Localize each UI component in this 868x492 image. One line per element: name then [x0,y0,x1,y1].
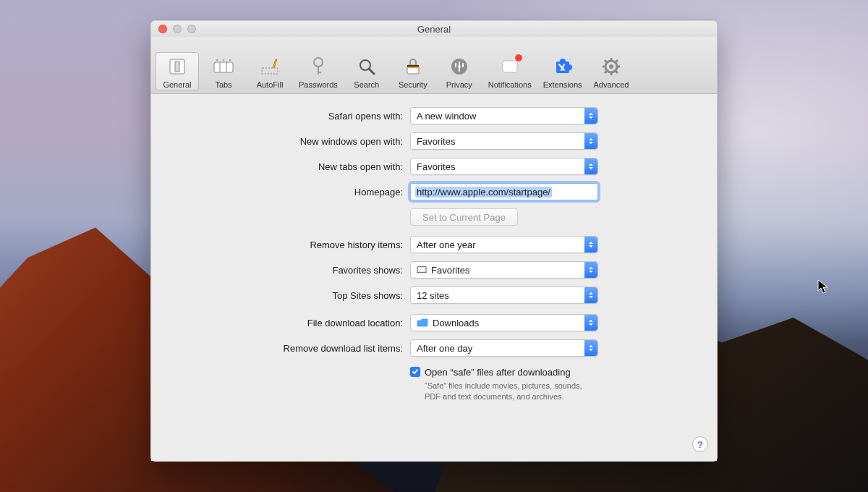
download-location-value: Downloads [433,318,479,328]
svg-line-32 [605,71,607,73]
tab-label: AutoFill [257,80,284,89]
chevrons-icon [584,315,597,331]
open-safe-files-checkbox[interactable] [410,367,420,377]
search-icon [355,55,378,78]
general-pane: Safari opens with: A new window New wind… [151,94,717,461]
new-windows-value: Favorites [417,136,455,147]
tab-label: Passwords [299,80,338,89]
svg-rect-19 [503,61,517,72]
svg-point-6 [223,59,224,61]
window-title: General [417,24,451,35]
tab-label: General [163,80,191,89]
new-windows-select[interactable]: Favorites [410,132,598,150]
preferences-toolbar: General Tabs AutoFill Passwords Search [151,37,717,94]
chevrons-icon [584,237,597,253]
folder-icon [417,318,428,327]
remove-downloads-value: After one day [417,343,472,354]
tab-general[interactable]: General [156,52,199,90]
tab-search[interactable]: Search [345,52,388,90]
chevrons-icon [584,262,597,278]
favorites-shows-label: Favorites shows: [171,265,410,276]
tab-label: Tabs [215,80,231,89]
tab-label: Notifications [488,80,532,89]
chevrons-icon [584,133,597,149]
tab-privacy[interactable]: Privacy [438,52,481,90]
svg-rect-2 [214,62,233,72]
safari-opens-select[interactable]: A new window [410,107,598,124]
homepage-field[interactable]: http://www.apple.com/startpage/ [410,183,598,200]
svg-point-21 [560,59,566,64]
download-location-select[interactable]: Downloads [410,314,598,331]
homepage-value: http://www.apple.com/startpage/ [415,187,552,198]
tab-extensions[interactable]: Extensions [539,52,587,90]
svg-line-29 [605,60,607,62]
tab-tabs[interactable]: Tabs [202,52,245,90]
minimize-window-button[interactable] [173,25,182,33]
gear-icon [600,55,623,78]
new-windows-label: New windows open with: [171,136,410,147]
tab-passwords[interactable]: Passwords [294,52,342,90]
privacy-icon [448,55,471,78]
open-safe-files-description: “Safe” files include movies, pictures, s… [425,381,598,402]
set-current-page-button[interactable]: Set to Current Page [410,208,518,226]
notification-badge-icon [514,54,523,62]
homepage-label: Homepage: [171,187,410,198]
safari-opens-label: Safari opens with: [171,111,410,122]
remove-history-value: After one year [417,239,476,250]
new-tabs-value: Favorites [417,161,455,172]
remove-downloads-label: Remove download list items: [171,343,410,354]
new-tabs-label: New tabs open with: [171,161,410,172]
svg-rect-11 [318,72,321,73]
book-icon [417,266,427,274]
tab-label: Advanced [594,80,629,89]
svg-line-13 [369,69,374,74]
svg-point-18 [458,65,461,68]
window-controls [158,25,196,33]
svg-point-5 [216,59,218,61]
svg-rect-16 [407,65,419,67]
remove-downloads-select[interactable]: After one day [410,339,598,357]
tab-autofill[interactable]: AutoFill [248,52,292,90]
extensions-icon [551,55,574,78]
tab-advanced[interactable]: Advanced [590,52,634,90]
titlebar: General [151,21,717,37]
tab-notifications[interactable]: Notifications [484,52,536,90]
svg-point-22 [566,64,572,70]
svg-rect-8 [262,68,278,74]
key-icon [307,55,330,78]
svg-line-30 [616,71,618,73]
preferences-window: General General Tabs AutoFill Password [150,20,718,462]
top-sites-label: Top Sites shows: [171,290,410,301]
top-sites-select[interactable]: 12 sites [410,287,598,304]
autofill-icon [258,55,281,78]
chevrons-icon [584,108,597,124]
svg-rect-1 [175,62,179,72]
svg-point-24 [609,64,613,69]
svg-rect-10 [318,66,319,75]
tab-label: Search [354,80,379,89]
remove-history-select[interactable]: After one year [410,236,598,253]
help-button[interactable]: ? [692,436,708,452]
chevrons-icon [584,158,597,174]
zoom-window-button[interactable] [187,25,196,33]
svg-point-9 [314,58,323,67]
tab-security[interactable]: Security [391,52,435,90]
help-label: ? [697,439,703,450]
new-tabs-select[interactable]: Favorites [410,158,598,175]
favorites-shows-select[interactable]: Favorites [410,261,598,279]
tab-label: Security [399,80,427,89]
favorites-shows-value: Favorites [431,265,469,276]
tabs-icon [212,55,235,78]
chevrons-icon [584,287,597,303]
remove-history-label: Remove history items: [171,239,410,250]
safari-opens-value: A new window [417,111,476,122]
top-sites-value: 12 sites [417,290,449,301]
tab-label: Extensions [543,80,582,89]
download-location-label: File download location: [171,318,410,328]
notifications-icon [498,55,522,78]
chevrons-icon [584,340,597,356]
tab-label: Privacy [446,80,472,89]
close-window-button[interactable] [158,25,167,33]
svg-point-7 [229,59,231,61]
lock-icon [401,55,425,78]
